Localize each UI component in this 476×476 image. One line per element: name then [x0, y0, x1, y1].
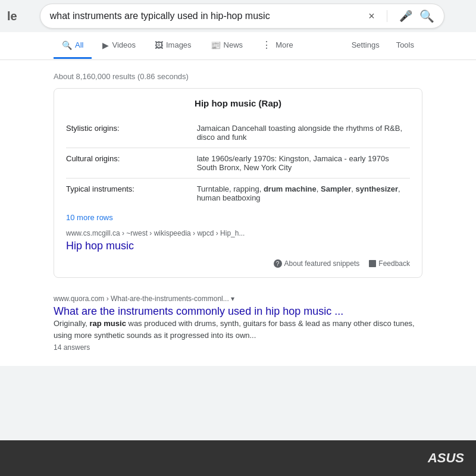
kp-label-instruments: Typical instruments: — [66, 178, 197, 208]
tab-all[interactable]: 🔍 All — [54, 33, 92, 59]
divider — [387, 10, 387, 22]
results-container: About 8,160,000 results (0.86 seconds) H… — [0, 60, 476, 366]
tab-videos-label: Videos — [112, 40, 136, 49]
kp-value-cultural: late 1960s/early 1970s: Kingston, Jamaic… — [197, 148, 410, 178]
kp-source-url: www.cs.mcgill.ca › ~rwest › wikispeedia … — [66, 229, 410, 237]
asus-logo: ASUS — [428, 450, 464, 466]
settings-label: Settings — [352, 40, 380, 49]
more-icon: ⋮ — [262, 39, 271, 51]
question-icon: ? — [274, 259, 282, 268]
feedback-label: Feedback — [378, 259, 410, 268]
knowledge-panel: Hip hop music (Rap) Stylistic origins: J… — [54, 88, 422, 278]
tab-right-group: Settings Tools — [343, 33, 422, 58]
kp-label-cultural: Cultural origins: — [66, 148, 197, 178]
browser-logo: le — [7, 10, 17, 23]
more-rows-link[interactable]: 10 more rows — [66, 213, 410, 222]
kp-source-link[interactable]: Hip hop music — [66, 240, 134, 252]
tab-settings[interactable]: Settings — [343, 33, 388, 58]
tab-all-label: All — [75, 40, 83, 49]
mic-button[interactable]: 🎤 — [399, 10, 412, 23]
tools-label: Tools — [396, 40, 414, 49]
kp-title: Hip hop music (Rap) — [66, 98, 410, 108]
header: le what instruments are typically used i… — [0, 0, 476, 32]
results-stats: About 8,160,000 results (0.86 seconds) — [54, 67, 422, 88]
bottom-bar: ASUS — [0, 440, 476, 476]
search-bar[interactable]: what instruments are typically used in h… — [40, 4, 444, 29]
all-icon: 🔍 — [62, 40, 72, 50]
search-bar-icons: × 🎤 🔍 — [368, 9, 434, 23]
kp-label-stylistic: Stylistic origins: — [66, 118, 197, 148]
featured-snippets-link[interactable]: ? About featured snippets — [274, 259, 360, 268]
tab-more-label: More — [275, 40, 293, 49]
tab-news-label: News — [224, 40, 243, 49]
kp-value-instruments: Turntable, rapping, drum machine, Sample… — [197, 178, 410, 208]
videos-icon: ▶ — [102, 40, 109, 50]
kp-row-stylistic: Stylistic origins: Jamaican Dancehall to… — [66, 118, 410, 148]
tab-tools[interactable]: Tools — [388, 33, 422, 58]
tab-images-label: Images — [166, 40, 192, 49]
kp-value-stylistic: Jamaican Dancehall toasting alongside th… — [197, 118, 410, 148]
search-tabs: 🔍 All ▶ Videos 🖼 Images 📰 News ⋮ More Se… — [0, 32, 476, 60]
org-title-0[interactable]: What are the instruments commonly used i… — [54, 305, 343, 317]
tab-videos[interactable]: ▶ Videos — [94, 33, 144, 59]
clear-button[interactable]: × — [368, 10, 375, 23]
images-icon: 🖼 — [155, 40, 163, 50]
org-url-0: www.quora.com › What-are-the-instruments… — [54, 295, 422, 303]
tab-news[interactable]: 📰 News — [202, 33, 252, 59]
feedback-icon — [369, 260, 376, 267]
tab-more[interactable]: ⋮ More — [253, 32, 302, 60]
kp-row-instruments: Typical instruments: Turntable, rapping,… — [66, 178, 410, 208]
news-icon: 📰 — [211, 40, 221, 50]
organic-result-0: www.quora.com › What-are-the-instruments… — [54, 287, 422, 359]
kp-row-cultural: Cultural origins: late 1960s/early 1970s… — [66, 148, 410, 178]
search-input-text: what instruments are typically used in h… — [50, 11, 368, 21]
kp-table: Stylistic origins: Jamaican Dancehall to… — [66, 118, 410, 208]
search-button[interactable]: 🔍 — [419, 9, 434, 23]
featured-snippets-label: About featured snippets — [284, 259, 360, 268]
org-snippet-0: Originally, rap music was produced with … — [54, 318, 422, 341]
feedback-button[interactable]: Feedback — [369, 259, 410, 268]
snippet-footer: ? About featured snippets Feedback — [66, 259, 410, 268]
org-answers-0: 14 answers — [54, 343, 422, 352]
tab-images[interactable]: 🖼 Images — [146, 33, 200, 59]
